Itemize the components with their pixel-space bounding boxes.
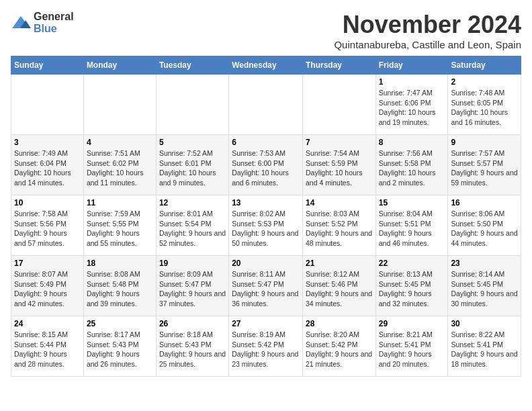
- day-info: Sunrise: 8:11 AM Sunset: 5:47 PM Dayligh…: [232, 269, 300, 309]
- day-number: 16: [451, 198, 518, 208]
- day-info: Sunrise: 8:04 AM Sunset: 5:51 PM Dayligh…: [379, 209, 445, 248]
- header-thursday: Thursday: [302, 56, 375, 75]
- calendar-week-3: 17Sunrise: 8:07 AM Sunset: 5:49 PM Dayli…: [11, 256, 521, 316]
- header-saturday: Saturday: [448, 56, 521, 75]
- day-info: Sunrise: 8:18 AM Sunset: 5:43 PM Dayligh…: [159, 330, 226, 369]
- calendar-cell: 1Sunrise: 7:47 AM Sunset: 6:06 PM Daylig…: [375, 75, 448, 135]
- calendar-cell: [302, 75, 375, 135]
- month-title: November 2024: [334, 11, 521, 39]
- day-info: Sunrise: 8:08 AM Sunset: 5:48 PM Dayligh…: [87, 269, 153, 309]
- calendar-week-1: 3Sunrise: 7:49 AM Sunset: 6:04 PM Daylig…: [11, 135, 521, 195]
- calendar-week-4: 24Sunrise: 8:15 AM Sunset: 5:44 PM Dayli…: [11, 316, 521, 377]
- calendar-cell: 30Sunrise: 8:22 AM Sunset: 5:41 PM Dayli…: [448, 316, 521, 377]
- day-number: 4: [87, 138, 153, 147]
- day-info: Sunrise: 8:03 AM Sunset: 5:52 PM Dayligh…: [306, 209, 373, 248]
- calendar-cell: [83, 75, 156, 135]
- day-info: Sunrise: 8:13 AM Sunset: 5:45 PM Dayligh…: [379, 269, 445, 309]
- calendar-cell: 3Sunrise: 7:49 AM Sunset: 6:04 PM Daylig…: [11, 135, 84, 195]
- calendar-week-0: 1Sunrise: 7:47 AM Sunset: 6:06 PM Daylig…: [11, 75, 521, 135]
- page-header: General Blue November 2024 Quintanabureb…: [11, 11, 521, 50]
- calendar-cell: 7Sunrise: 7:54 AM Sunset: 5:59 PM Daylig…: [302, 135, 375, 195]
- day-number: 27: [232, 319, 300, 328]
- day-info: Sunrise: 8:22 AM Sunset: 5:41 PM Dayligh…: [451, 330, 518, 369]
- calendar-cell: 17Sunrise: 8:07 AM Sunset: 5:49 PM Dayli…: [11, 256, 84, 316]
- subtitle: Quintanabureba, Castille and Leon, Spain: [334, 39, 521, 50]
- day-info: Sunrise: 7:48 AM Sunset: 6:05 PM Dayligh…: [451, 88, 518, 128]
- calendar-cell: 28Sunrise: 8:20 AM Sunset: 5:42 PM Dayli…: [302, 316, 375, 377]
- day-info: Sunrise: 8:01 AM Sunset: 5:54 PM Dayligh…: [159, 209, 226, 248]
- header-friday: Friday: [375, 56, 448, 75]
- calendar-cell: 5Sunrise: 7:52 AM Sunset: 6:01 PM Daylig…: [156, 135, 228, 195]
- day-info: Sunrise: 7:59 AM Sunset: 5:55 PM Dayligh…: [87, 209, 153, 248]
- day-number: 29: [379, 319, 445, 328]
- calendar-cell: 26Sunrise: 8:18 AM Sunset: 5:43 PM Dayli…: [156, 316, 228, 377]
- calendar-cell: 15Sunrise: 8:04 AM Sunset: 5:51 PM Dayli…: [375, 195, 448, 256]
- header-tuesday: Tuesday: [156, 56, 228, 75]
- logo-text-blue: Blue: [34, 23, 57, 34]
- day-info: Sunrise: 7:53 AM Sunset: 6:00 PM Dayligh…: [232, 148, 300, 188]
- day-number: 14: [306, 198, 373, 208]
- day-number: 19: [159, 259, 226, 268]
- day-number: 24: [14, 319, 81, 328]
- day-info: Sunrise: 7:52 AM Sunset: 6:01 PM Dayligh…: [159, 148, 226, 188]
- day-info: Sunrise: 7:58 AM Sunset: 5:56 PM Dayligh…: [14, 209, 81, 248]
- day-info: Sunrise: 8:12 AM Sunset: 5:46 PM Dayligh…: [306, 269, 373, 309]
- header-sunday: Sunday: [11, 56, 84, 75]
- calendar-cell: [11, 75, 84, 135]
- calendar-cell: 11Sunrise: 7:59 AM Sunset: 5:55 PM Dayli…: [83, 195, 156, 256]
- day-number: 11: [87, 198, 153, 208]
- day-number: 3: [14, 138, 81, 147]
- day-info: Sunrise: 8:21 AM Sunset: 5:41 PM Dayligh…: [379, 330, 445, 369]
- day-number: 7: [306, 138, 373, 147]
- day-number: 22: [379, 259, 445, 268]
- day-info: Sunrise: 8:14 AM Sunset: 5:45 PM Dayligh…: [451, 269, 518, 309]
- calendar-cell: 12Sunrise: 8:01 AM Sunset: 5:54 PM Dayli…: [156, 195, 228, 256]
- day-number: 5: [159, 138, 226, 147]
- logo-text-general: General: [34, 11, 74, 22]
- day-number: 13: [232, 198, 300, 208]
- day-number: 9: [451, 138, 518, 147]
- calendar-cell: [229, 75, 303, 135]
- calendar-cell: [156, 75, 228, 135]
- calendar-cell: 6Sunrise: 7:53 AM Sunset: 6:00 PM Daylig…: [229, 135, 303, 195]
- day-info: Sunrise: 7:49 AM Sunset: 6:04 PM Dayligh…: [14, 148, 81, 188]
- day-info: Sunrise: 8:09 AM Sunset: 5:47 PM Dayligh…: [159, 269, 226, 309]
- calendar-cell: 13Sunrise: 8:02 AM Sunset: 5:53 PM Dayli…: [229, 195, 303, 256]
- day-info: Sunrise: 8:17 AM Sunset: 5:43 PM Dayligh…: [87, 330, 153, 369]
- header-monday: Monday: [83, 56, 156, 75]
- calendar-cell: 2Sunrise: 7:48 AM Sunset: 6:05 PM Daylig…: [448, 75, 521, 135]
- day-number: 17: [14, 259, 81, 268]
- calendar-cell: 9Sunrise: 7:57 AM Sunset: 5:57 PM Daylig…: [448, 135, 521, 195]
- day-number: 25: [87, 319, 153, 328]
- day-number: 6: [232, 138, 300, 147]
- header-wednesday: Wednesday: [229, 56, 303, 75]
- day-info: Sunrise: 7:57 AM Sunset: 5:57 PM Dayligh…: [451, 148, 518, 188]
- day-info: Sunrise: 8:02 AM Sunset: 5:53 PM Dayligh…: [232, 209, 300, 248]
- day-number: 2: [451, 77, 518, 87]
- calendar-cell: 19Sunrise: 8:09 AM Sunset: 5:47 PM Dayli…: [156, 256, 228, 316]
- day-number: 23: [451, 259, 518, 268]
- day-number: 15: [379, 198, 445, 208]
- logo: General Blue: [11, 11, 74, 35]
- day-number: 21: [306, 259, 373, 268]
- day-number: 10: [14, 198, 81, 208]
- day-number: 8: [379, 138, 445, 147]
- day-info: Sunrise: 8:20 AM Sunset: 5:42 PM Dayligh…: [306, 330, 373, 369]
- day-number: 1: [379, 77, 445, 87]
- calendar-cell: 27Sunrise: 8:19 AM Sunset: 5:42 PM Dayli…: [229, 316, 303, 377]
- calendar-cell: 14Sunrise: 8:03 AM Sunset: 5:52 PM Dayli…: [302, 195, 375, 256]
- day-info: Sunrise: 8:06 AM Sunset: 5:50 PM Dayligh…: [451, 209, 518, 248]
- day-number: 28: [306, 319, 373, 328]
- calendar-cell: 8Sunrise: 7:56 AM Sunset: 5:58 PM Daylig…: [375, 135, 448, 195]
- title-section: November 2024 Quintanabureba, Castille a…: [334, 11, 521, 50]
- day-info: Sunrise: 8:07 AM Sunset: 5:49 PM Dayligh…: [14, 269, 81, 309]
- day-info: Sunrise: 7:54 AM Sunset: 5:59 PM Dayligh…: [306, 148, 373, 188]
- calendar-table: SundayMondayTuesdayWednesdayThursdayFrid…: [11, 56, 521, 377]
- calendar-cell: 22Sunrise: 8:13 AM Sunset: 5:45 PM Dayli…: [375, 256, 448, 316]
- day-info: Sunrise: 7:47 AM Sunset: 6:06 PM Dayligh…: [379, 88, 445, 128]
- day-info: Sunrise: 7:56 AM Sunset: 5:58 PM Dayligh…: [379, 148, 445, 188]
- day-info: Sunrise: 7:51 AM Sunset: 6:02 PM Dayligh…: [87, 148, 153, 188]
- calendar-cell: 29Sunrise: 8:21 AM Sunset: 5:41 PM Dayli…: [375, 316, 448, 377]
- day-number: 18: [87, 259, 153, 268]
- calendar-week-2: 10Sunrise: 7:58 AM Sunset: 5:56 PM Dayli…: [11, 195, 521, 256]
